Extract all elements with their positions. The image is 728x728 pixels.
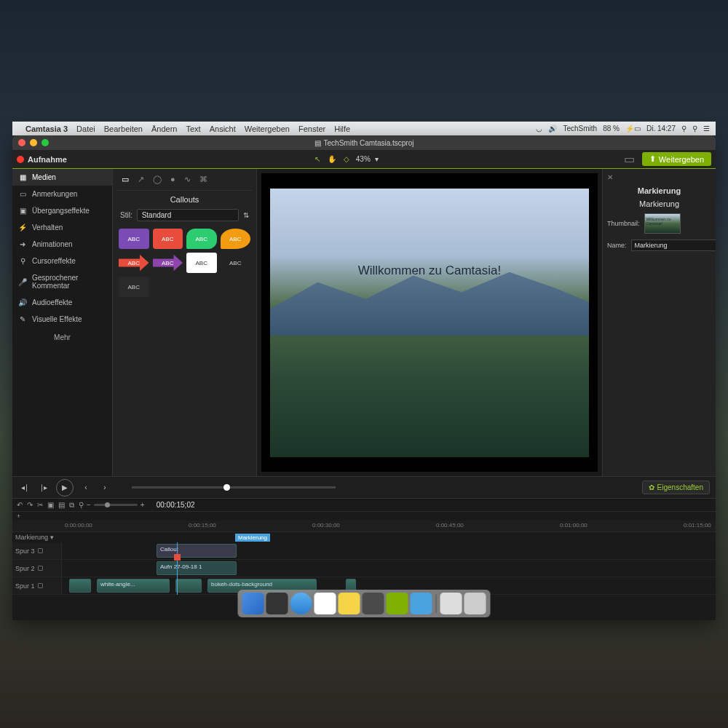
timeline-clip[interactable]: Aufn 27-09-18 1 xyxy=(157,561,237,575)
zoom-slider[interactable] xyxy=(94,504,138,506)
sidebar-item-7[interactable]: 🔊Audioeffekte xyxy=(12,294,112,311)
next-frame-button[interactable]: ∣▸ xyxy=(37,481,50,494)
undo-button[interactable]: ↶ xyxy=(17,501,23,509)
menu-ändern[interactable]: Ändern xyxy=(151,124,177,133)
callout-shape-speech[interactable]: ABC xyxy=(153,229,183,249)
dock-folder[interactable] xyxy=(440,593,462,614)
timeline-clip[interactable] xyxy=(175,579,202,593)
dock-mission-control[interactable] xyxy=(266,593,288,614)
timeline-clip[interactable]: white-angle... xyxy=(97,579,170,593)
callout-shape-box-white[interactable]: ABC xyxy=(186,253,217,273)
callout-tab-icon[interactable]: ▭ xyxy=(122,175,129,184)
dock-settings[interactable] xyxy=(363,593,384,614)
copy-button[interactable]: ▣ xyxy=(47,501,54,509)
keystroke-tab-icon[interactable]: ⌘ xyxy=(199,175,207,184)
menu-ansicht[interactable]: Ansicht xyxy=(210,124,236,133)
redo-button[interactable]: ↷ xyxy=(27,501,33,509)
timeline-clip[interactable]: Callout xyxy=(157,544,237,558)
lock-icon[interactable] xyxy=(38,566,43,571)
callout-text-plain[interactable]: ABC xyxy=(221,253,251,273)
sidebar-item-4[interactable]: ➜Animationen xyxy=(12,236,112,253)
window-maximize-button[interactable] xyxy=(41,139,49,146)
callout-shape-rounded[interactable]: ABC xyxy=(119,229,149,249)
dock-safari[interactable] xyxy=(290,593,312,614)
lock-icon[interactable] xyxy=(38,548,43,553)
arrow-tab-icon[interactable]: ↗ xyxy=(138,175,144,184)
lock-icon[interactable] xyxy=(38,583,43,588)
cut-button[interactable]: ✂ xyxy=(37,501,43,509)
zoom-level[interactable]: 43% xyxy=(356,155,371,163)
dock-snagit[interactable] xyxy=(411,593,432,614)
callout-shape-thought[interactable]: ABC xyxy=(186,229,217,249)
bluetooth-icon[interactable]: ⚲ xyxy=(681,124,687,132)
wifi-icon[interactable]: ◡ xyxy=(536,124,542,132)
sidebar-item-2[interactable]: ▣Übergangseffekte xyxy=(12,202,112,219)
zoom-plus[interactable]: + xyxy=(141,501,145,509)
close-panel-icon[interactable]: ✕ xyxy=(607,173,613,181)
window-close-button[interactable] xyxy=(18,139,25,146)
timeline-clip[interactable] xyxy=(69,579,91,593)
timeline-track[interactable]: Spur 3Callout xyxy=(12,542,716,560)
menubar-app-name[interactable]: Camtasia 3 xyxy=(25,124,68,133)
record-button[interactable]: Aufnahme xyxy=(17,155,67,164)
sidebar-item-8[interactable]: ✎Visuelle Effekte xyxy=(12,311,112,328)
track-header[interactable]: Spur 1 xyxy=(12,577,62,594)
track-header[interactable]: Spur 3 xyxy=(12,542,62,559)
menu-weitergeben[interactable]: Weitergeben xyxy=(245,124,290,133)
menu-fenster[interactable]: Fenster xyxy=(298,124,325,133)
window-minimize-button[interactable] xyxy=(30,139,37,146)
play-button[interactable]: ▶ xyxy=(56,479,74,496)
paste-button[interactable]: ▤ xyxy=(58,501,65,509)
menu-bearbeiten[interactable]: Bearbeiten xyxy=(104,124,143,133)
sidebar-item-0[interactable]: ▦Medien xyxy=(12,169,112,186)
name-input[interactable] xyxy=(631,240,716,251)
timeline-track[interactable]: Spur 2Aufn 27-09-18 1 xyxy=(12,560,716,577)
timeline-marker[interactable]: Markierung xyxy=(235,534,270,542)
shape-tab-icon[interactable]: ◯ xyxy=(153,175,162,184)
dock-trash[interactable] xyxy=(464,593,486,614)
menu-hilfe[interactable]: Hilfe xyxy=(334,124,350,133)
blur-tab-icon[interactable]: ● xyxy=(170,175,175,184)
zoom-out-icon[interactable]: ⚲ xyxy=(79,501,84,509)
sidebar-item-6[interactable]: 🎤Gesprochener Kommentar xyxy=(12,269,112,294)
dock-finder[interactable] xyxy=(242,593,264,614)
callout-arrow-purple[interactable]: ABC xyxy=(153,253,183,273)
style-select[interactable]: Standard xyxy=(137,209,239,221)
style-dropdown-icon[interactable]: ⇅ xyxy=(243,211,249,219)
zoom-dropdown-icon[interactable]: ▾ xyxy=(375,155,379,163)
sidebar-item-5[interactable]: ⚲Cursoreffekte xyxy=(12,253,112,269)
callout-arrow-red[interactable]: ABC xyxy=(119,253,149,273)
prev-frame-button[interactable]: ◂∣ xyxy=(18,481,31,494)
split-button[interactable]: ⧉ xyxy=(69,501,74,510)
sidebar-more[interactable]: Mehr xyxy=(12,328,112,347)
dock-launchpad[interactable] xyxy=(314,593,336,614)
timeline-ruler[interactable]: 0:00:00;000:00:15;000:00:30;000:00:45;00… xyxy=(12,521,716,532)
comment-icon[interactable]: ▭ xyxy=(624,152,635,166)
hand-tool-icon[interactable]: ✋ xyxy=(327,155,337,163)
crop-tool-icon[interactable]: ◇ xyxy=(341,155,352,163)
share-button[interactable]: ⬆ Weitergeben xyxy=(642,152,711,166)
menu-datei[interactable]: Datei xyxy=(76,124,95,133)
track-add-icon[interactable]: + xyxy=(17,513,20,520)
sidebar-item-3[interactable]: ⚡Verhalten xyxy=(12,219,112,236)
menu-icon[interactable]: ☰ xyxy=(703,124,710,132)
menu-text[interactable]: Text xyxy=(186,124,200,133)
playback-slider[interactable] xyxy=(132,486,336,488)
dock-notes[interactable] xyxy=(339,593,360,614)
playhead[interactable] xyxy=(177,542,178,595)
marker-row-label[interactable]: Markierung ▾ xyxy=(12,534,62,541)
cursor-tool-icon[interactable]: ↖ xyxy=(312,155,323,163)
properties-button[interactable]: ✿ Eigenschaften xyxy=(642,480,710,494)
zoom-minus[interactable]: − xyxy=(87,501,91,509)
step-fwd-button[interactable]: › xyxy=(98,481,111,494)
sketch-tab-icon[interactable]: ∿ xyxy=(184,175,191,184)
step-back-button[interactable]: ‹ xyxy=(79,481,92,494)
callout-shape-cloud[interactable]: ABC xyxy=(221,229,251,249)
volume-icon[interactable]: 🔊 xyxy=(548,124,557,132)
callout-text-only[interactable]: ABC xyxy=(119,277,149,297)
preview-canvas[interactable]: Willkommen zu Camtasia! xyxy=(261,173,598,472)
dock-camtasia[interactable] xyxy=(387,593,408,614)
sidebar-item-1[interactable]: ▭Anmerkungen xyxy=(12,186,112,202)
track-header[interactable]: Spur 2 xyxy=(12,560,62,577)
search-icon[interactable]: ⚲ xyxy=(692,124,697,132)
